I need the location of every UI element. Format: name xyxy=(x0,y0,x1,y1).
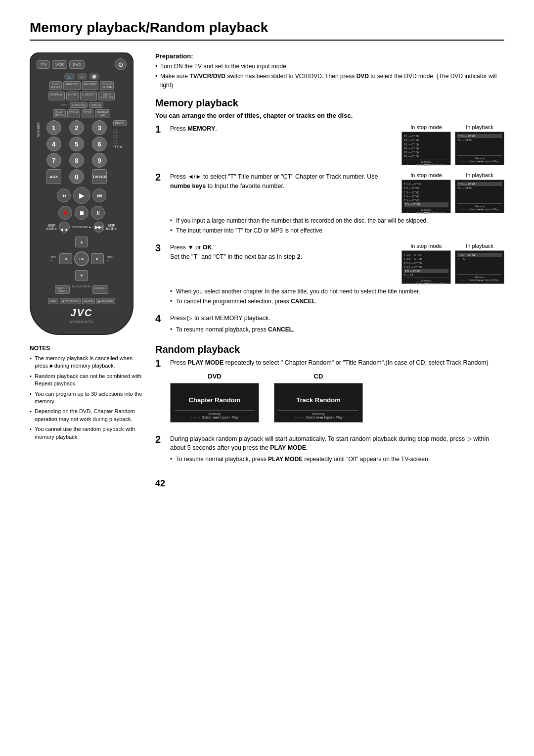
power-button[interactable]: ⏻ xyxy=(115,58,127,70)
step2-stop-rows: T 1.0 — CT00 T 2 — CT 00 T 3 — CT 00 T 4… xyxy=(404,182,448,207)
stop-button[interactable]: ⏹ xyxy=(75,206,89,220)
osd-button[interactable]: OSD xyxy=(48,298,58,304)
step-3-stop-screen: T 1.0 — CT00 T 3.0 — CT 00 T 5.0 — CT 00… xyxy=(401,250,451,284)
vcr-mode-button[interactable]: VCR xyxy=(52,60,67,69)
open-close-button[interactable]: OPEN/CLOSE xyxy=(100,81,114,90)
play-button[interactable]: ▶ xyxy=(73,187,90,204)
step-2-screen-play: In playback T 01 — CT 03 T2 — CT 00 Memo… xyxy=(455,172,504,213)
step-2-bullet-1: If you input a large number than the num… xyxy=(170,216,504,225)
rewind-button[interactable]: ⏮ xyxy=(57,189,71,202)
dvd-screen-bottom: Memory↑↓←→ Select ⏮⏭ Input ▶ Play xyxy=(175,410,255,419)
dvd-menu-button[interactable]: DVDMENU xyxy=(49,81,62,90)
cancel-button[interactable]: CANCEL xyxy=(92,285,108,294)
tv-vcr-button[interactable]: TV/VCR xyxy=(92,169,107,184)
tv-vcr-pr-label: TV/VCR PR ▲ xyxy=(72,226,91,229)
step-2-content: Press ◄/► to select "T" Title number or … xyxy=(170,172,504,236)
prep-title: Preparation: xyxy=(155,52,504,60)
random-step-2-content: During playback random playback will sta… xyxy=(170,434,504,464)
record-button[interactable]: ⏺ xyxy=(58,206,72,220)
step-1-stop-label: In stop mode xyxy=(410,124,442,130)
skip-fwd-button[interactable]: ▶▶| xyxy=(93,222,104,233)
ok-button[interactable]: OK xyxy=(74,251,89,266)
dvd-screen-content: Chapter Random xyxy=(175,396,255,404)
step3-stop-bottom: Memory↑↓←→ Select ⏮⏭ Input ▶ Play xyxy=(404,278,448,285)
num-8-button[interactable]: 8 xyxy=(69,153,84,168)
dvd-label: DVD xyxy=(208,373,221,380)
num-1-button[interactable]: 1 xyxy=(46,120,61,135)
dpad-right-button[interactable]: ► xyxy=(91,253,104,264)
return-button[interactable]: RETURN xyxy=(82,81,98,90)
skip-back-button[interactable]: |◄◄ xyxy=(59,222,70,233)
num-4-button[interactable]: 4 xyxy=(46,137,61,151)
step-2-bullets: If you input a large number than the num… xyxy=(170,216,504,235)
step-4-text: Press ▷ to start MEMORY playback. xyxy=(170,314,504,323)
prog-button[interactable]: PROG. xyxy=(113,120,127,126)
remote-top-row: *TV VCR DVD ⏻ xyxy=(37,58,127,70)
icon-slot3: ⬚ xyxy=(113,140,127,144)
angle-button[interactable]: ANGLE xyxy=(89,102,103,108)
dpad-left-button[interactable]: ◄ xyxy=(59,253,72,264)
num-7-button[interactable]: 7 xyxy=(46,153,61,168)
num-3-button[interactable]: 3 xyxy=(92,120,107,135)
step-1-screen-play: In playback T 01 — CT 00 T2 — CT 00 Memo… xyxy=(455,124,504,165)
memory-playback-section: Memory playback You can arrange the orde… xyxy=(155,97,504,334)
step-3-bullets: When you select another chapter In the s… xyxy=(170,287,504,306)
display-button[interactable]: DISPLAY xyxy=(48,92,65,100)
step2-stop-bottom: Memory↑↓←→ Select ⏮⏭ Input ▶ Play xyxy=(404,207,448,214)
remote-icon-dvd: ⬤ xyxy=(89,73,99,80)
title-button[interactable]: TITLE xyxy=(82,109,93,118)
num-0-button[interactable]: 0 xyxy=(69,169,84,184)
row3: T3 — CT 00 xyxy=(404,142,448,146)
dpad-up-button[interactable]: ▲ xyxy=(75,236,88,247)
s2-r2: T 2 — CT 00 xyxy=(404,186,448,190)
step2-play-bottom: Memory↑↓←→ Select ⏮⏭ Input ▶ Play xyxy=(457,203,502,211)
s3-r6: T — CT xyxy=(404,273,448,277)
subtitle-button[interactable]: SUBTITLE xyxy=(70,102,88,108)
monitor-button[interactable]: ▲MONITOR xyxy=(60,298,81,304)
right-icons: ⬚ ⬚ ⬚ *TV◄ xyxy=(113,129,127,148)
pause-button[interactable]: ⏸ xyxy=(91,206,105,220)
page-title: Memory playback/Random playback xyxy=(30,20,504,41)
zoom-button[interactable]: ZOOM xyxy=(67,109,80,118)
s2-r1: T 1.0 — CT00 xyxy=(404,182,448,186)
tv-mode-button[interactable]: *TV xyxy=(37,60,50,69)
step-1-play-label: In playback xyxy=(466,124,493,130)
aux-button[interactable]: AUX xyxy=(46,169,61,184)
s2-r3: T 3 — CT 00 xyxy=(404,190,448,194)
icon-slot1: ⬚ xyxy=(113,129,127,133)
c-reset-button[interactable]: C.RESET xyxy=(80,92,97,100)
memory-step-3: 3 Press ▼ or OK.Set the "T" and "CT" in … xyxy=(155,243,504,307)
prog-column: PROG. ⬚ ⬚ ⬚ *TV◄ xyxy=(113,120,127,148)
dpad-down-button[interactable]: ▼ xyxy=(75,270,88,281)
a-trk-button[interactable]: A.TRK xyxy=(66,92,79,100)
play-mode-button[interactable]: PLAYMODE xyxy=(53,109,66,118)
row4: T4 — CT 00 xyxy=(404,146,448,150)
setup-menu-button[interactable]: SET UPMENU xyxy=(55,285,70,294)
note-item-5: You cannot use the random playback with … xyxy=(30,425,143,441)
transport-row2: ⏺ ⏹ ⏸ xyxy=(58,206,105,220)
tv-arrow-icon: *TV◄ xyxy=(113,145,127,148)
step2-play-rows: T 01 — CT 03 T2 — CT 00 xyxy=(457,182,502,190)
cd-screen-bottom: Memory↑↓←→ Select ⏮⏭ Input ▶ Play xyxy=(278,410,358,419)
num-5-button[interactable]: 5 xyxy=(69,137,84,151)
remote-bottom-buttons: OSD ▲MONITOR SLOW ▶SEARCH xyxy=(48,298,115,304)
step-3-screens: In stop mode T 1.0 — CT00 T 3.0 — CT 00 … xyxy=(401,243,504,284)
repeat-ab-button[interactable]: REPEATA-B xyxy=(95,109,111,118)
step-2-stop-label: In stop mode xyxy=(410,172,442,178)
memory-button[interactable]: MEMORY xyxy=(63,81,81,90)
step-2-play-label: In playback xyxy=(466,172,493,178)
s2-r5: T 5 — CT 00 xyxy=(404,198,448,202)
dvd-mode-button[interactable]: DVD xyxy=(69,60,85,69)
fast-forward-button[interactable]: ⏭ xyxy=(92,189,106,202)
set-right-label: SET+ xyxy=(107,256,113,262)
zero-return-button[interactable]: ZERORETURN xyxy=(98,92,115,100)
set-left-label: SET− xyxy=(50,256,56,262)
dvd-screen: Chapter Random Memory↑↓←→ Select ⏮⏭ Inpu… xyxy=(170,383,259,423)
s3-r3: T 5.0 — CT 00 xyxy=(404,261,448,265)
search-button[interactable]: ▶SEARCH xyxy=(96,298,115,304)
num-9-button[interactable]: 9 xyxy=(92,153,107,168)
num-6-button[interactable]: 6 xyxy=(92,137,107,151)
num-2-button[interactable]: 2 xyxy=(69,120,84,135)
number-grid: 1 2 3 4 5 6 7 8 9 AUX 0 TV/VCR xyxy=(43,120,110,184)
slow-button[interactable]: SLOW xyxy=(82,298,95,304)
